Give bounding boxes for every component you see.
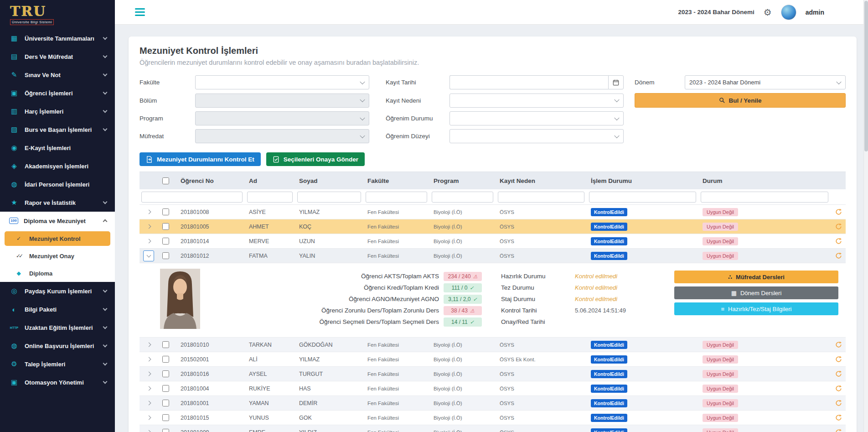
table-row[interactable]: 201801015 YUNUS GOK Fen Fakültesi Biyolo… <box>140 411 846 425</box>
detail-action-button[interactable]: ▦ Dönem Dersleri <box>674 286 838 299</box>
expand-row-button[interactable] <box>143 354 154 365</box>
sidebar-item-label: Harç İşlemleri <box>25 108 63 115</box>
report-icon: ★ <box>9 198 19 207</box>
donem-select[interactable]: 2023 - 2024 Bahar Dönemi <box>685 75 846 89</box>
filter-durum-input[interactable] <box>701 192 828 203</box>
sidebar-item-label: İdari Personel İşlemleri <box>25 181 89 188</box>
sidebar-item[interactable]: ▤ Ders Ve Müfredat <box>0 47 115 66</box>
table-row[interactable]: 201801009 EMRE YILDIZ Fen Fakültesi Biyo… <box>140 425 846 432</box>
username-label[interactable]: admin <box>806 9 824 16</box>
ogrenim-durumu-select[interactable] <box>450 111 624 125</box>
filter-ad-input[interactable] <box>247 192 293 203</box>
refresh-row-icon[interactable] <box>831 429 846 432</box>
user-avatar[interactable] <box>781 5 796 20</box>
row-checkbox[interactable] <box>162 223 169 230</box>
row-checkbox[interactable] <box>162 341 169 348</box>
row-checkbox[interactable] <box>162 385 169 392</box>
filter-soyad-input[interactable] <box>297 192 361 203</box>
filter-islem-durumu-input[interactable] <box>589 192 696 203</box>
row-checkbox[interactable] <box>162 356 169 363</box>
table-row[interactable]: 201801004 RUKİYE HAS Fen Fakültesi Biyol… <box>140 381 846 396</box>
sidebar-item[interactable]: ▦ Üniversite Tanımlamaları <box>0 29 115 47</box>
sidebar-item[interactable]: 100 Diploma ve Mezuniyet <box>0 212 115 230</box>
expand-row-button[interactable] <box>143 221 154 232</box>
refresh-row-icon[interactable] <box>831 400 846 406</box>
expand-row-button[interactable] <box>143 236 154 247</box>
refresh-row-icon[interactable] <box>831 252 846 259</box>
sidebar-item[interactable]: ✓✓ Mezuniyet Onay <box>0 247 115 265</box>
row-checkbox[interactable] <box>162 429 169 432</box>
table-row[interactable]: 201801010 TARKAN GÖKDOĞAN Fen Fakültesi … <box>140 338 846 352</box>
hamburger-menu-icon[interactable] <box>135 8 145 16</box>
expand-row-button[interactable] <box>143 427 154 432</box>
row-checkbox[interactable] <box>162 400 169 406</box>
calendar-icon[interactable] <box>608 75 624 89</box>
sidebar-item[interactable]: ◈ Akademisyen İşlemleri <box>0 157 115 175</box>
expand-row-button[interactable] <box>143 207 154 218</box>
row-checkbox[interactable] <box>162 370 169 377</box>
status-row: Tez Durumu Kontrol edilmedi <box>501 282 651 293</box>
table-row[interactable]: 201801005 AHMET KOÇ Fen Fakültesi Biyolo… <box>140 219 846 234</box>
filter-program-input[interactable] <box>432 192 493 203</box>
filter-ogrenci-no-input[interactable] <box>141 192 243 203</box>
filter-fakulte-input[interactable] <box>366 192 427 203</box>
sidebar-item[interactable]: ▣ Otomasyon Yönetimi <box>0 373 115 391</box>
refresh-row-icon[interactable] <box>831 370 846 377</box>
expand-row-button[interactable] <box>143 250 154 261</box>
fakulte-select[interactable] <box>195 75 369 89</box>
refresh-row-icon[interactable] <box>831 385 846 392</box>
row-checkbox[interactable] <box>162 208 169 215</box>
expand-row-button[interactable] <box>143 339 154 350</box>
table-row[interactable]: 201801014 MERVE UZUN Fen Fakültesi Biyol… <box>140 234 846 249</box>
app-logo[interactable]: TRU Üniversite Bilgi Sistemi <box>0 0 115 29</box>
sidebar-item[interactable]: ▥ Harç İşlemleri <box>0 102 115 120</box>
refresh-row-icon[interactable] <box>831 223 846 230</box>
expand-row-button[interactable] <box>143 398 154 409</box>
table-row[interactable]: 201801012 FATMA YALIN Fen Fakültesi Biyo… <box>140 249 846 263</box>
sidebar-item[interactable]: ★ Rapor ve İstatistik <box>0 193 115 212</box>
send-approval-button[interactable]: Seçilenleri Onaya Gönder <box>266 152 365 166</box>
sidebar-item[interactable]: ✓ Mezuniyet Kontrol <box>0 230 115 247</box>
sidebar-item[interactable]: ◆ Diploma <box>0 265 115 282</box>
table-row[interactable]: 201801008 ASİYE YILMAZ Fen Fakültesi Biy… <box>140 205 846 219</box>
sidebar-item[interactable]: ◐ Bilgi Paketi <box>0 300 115 318</box>
sidebar-item[interactable]: ✎ Sınav Ve Not <box>0 66 115 84</box>
sidebar-item[interactable]: ▨ Burs ve Başarı İşlemleri <box>0 120 115 139</box>
sidebar-item[interactable]: ◍ Online Başvuru İşlemleri <box>0 337 115 355</box>
kayit-tarihi-input[interactable] <box>450 75 608 89</box>
row-checkbox[interactable] <box>162 252 169 259</box>
clipboard-check-icon <box>273 156 279 163</box>
table-row[interactable]: 201801016 AYSEL TURGUT Fen Fakültesi Biy… <box>140 367 846 381</box>
find-refresh-button[interactable]: Bul / Yenile <box>635 93 846 108</box>
sidebar-item[interactable]: ◎ Paydaş Kurum İşlemleri <box>0 282 115 300</box>
table-row[interactable]: 201502001 ALİ YILMAZ Fen Fakültesi Biyol… <box>140 352 846 367</box>
refresh-row-icon[interactable] <box>831 414 846 421</box>
ogrenim-duzeyi-select[interactable] <box>450 129 624 143</box>
sidebar-item[interactable]: ▣ Öğrenci İşlemleri <box>0 84 115 102</box>
detail-action-button[interactable]: ∴ Müfredat Dersleri <box>674 271 838 283</box>
detail-action-button[interactable]: ≡ Hazırlık/Tez/Staj Bilgileri <box>674 302 838 315</box>
kayit-nedeni-select[interactable] <box>450 94 624 108</box>
sidebar-item[interactable]: ⚙ Talep İşlemleri <box>0 355 115 373</box>
content-area: Mezuniyet Kontrol İşlemleri Öğrencilerin… <box>115 25 868 432</box>
settings-gear-icon[interactable]: ⚙ <box>764 8 772 17</box>
row-checkbox[interactable] <box>162 238 169 245</box>
expand-row-button[interactable] <box>143 383 154 394</box>
detail-buttons: ∴ Müfredat Dersleri ▦ Dönem Dersleri ≡ <box>674 269 838 315</box>
filter-kayit-neden-input[interactable] <box>498 192 584 203</box>
expand-row-button[interactable] <box>143 412 154 423</box>
check-graduation-button[interactable]: Mezuniyet Durumlarını Kontrol Et <box>140 152 261 166</box>
sidebar-item[interactable]: ◉ E-Kayıt İşlemleri <box>0 139 115 157</box>
refresh-row-icon[interactable] <box>831 356 846 363</box>
refresh-row-icon[interactable] <box>831 238 846 245</box>
sidebar-item[interactable]: ◍ İdari Personel İşlemleri <box>0 175 115 193</box>
refresh-row-icon[interactable] <box>831 208 846 215</box>
refresh-row-icon[interactable] <box>831 341 846 348</box>
row-checkbox[interactable] <box>162 414 169 421</box>
table-row[interactable]: 201801001 YAMAN DEMİR Fen Fakültesi Biyo… <box>140 396 846 411</box>
page-scrollbar[interactable] <box>863 0 868 432</box>
scrollbar-thumb[interactable] <box>864 1 868 151</box>
sidebar-item[interactable]: HTTP Uzaktan Eğitim İşlemleri <box>0 318 115 337</box>
select-all-checkbox[interactable] <box>162 177 169 184</box>
expand-row-button[interactable] <box>143 369 154 380</box>
